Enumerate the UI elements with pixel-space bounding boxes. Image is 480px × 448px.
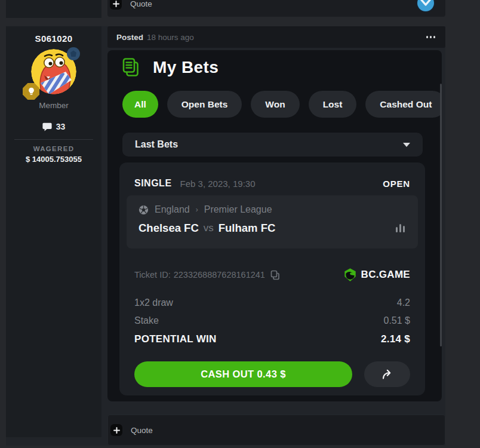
chevron-down-icon <box>403 143 410 147</box>
brand-name: BC.GAME <box>361 269 410 281</box>
sidebar-divider <box>14 139 93 140</box>
user-role: Member <box>6 101 101 110</box>
bcgame-logo-icon <box>343 268 357 282</box>
soccer-ball-icon <box>139 205 149 215</box>
ticket-id-value: 2233268887628161241 <box>174 270 265 280</box>
filter-tab-won[interactable]: Won <box>251 91 299 118</box>
league-country: England <box>155 204 190 215</box>
filter-tab-open-bets[interactable]: Open Bets <box>167 91 242 118</box>
comment-bubble-icon <box>42 122 52 131</box>
match-info-box: England › Premier League Chelsea FC vs F… <box>127 195 418 248</box>
bet-datetime: Feb 3, 2023, 19:30 <box>180 179 256 189</box>
gem-icon <box>70 50 77 58</box>
bet-actions: CASH OUT 0.43 $ <box>134 361 410 387</box>
previous-post-sidebar <box>6 0 101 18</box>
odds-label: 1x2 draw <box>134 297 173 308</box>
potential-win-label: POTENTIAL WIN <box>134 333 217 345</box>
plus-icon <box>113 427 120 434</box>
quote-label[interactable]: Quote <box>131 426 153 435</box>
odds-row: 1x2 draw 4.2 <box>134 297 410 308</box>
away-team: Fulham FC <box>219 222 276 235</box>
bet-type: SINGLE <box>134 178 172 189</box>
avatar[interactable] <box>31 49 76 94</box>
league-name: Premier League <box>204 204 272 215</box>
bets-sort-dropdown[interactable]: Last Bets <box>122 133 423 157</box>
share-button[interactable] <box>364 361 410 387</box>
wagered-amount: $ 14005.753055 <box>6 155 101 164</box>
vs-label: vs <box>204 222 214 234</box>
widget-title-row: My Bets <box>122 57 219 78</box>
bet-filter-tabs: All Open Bets Won Lost Cashed Out <box>122 91 442 118</box>
plus-icon <box>113 1 119 7</box>
wagered-label: WAGERED <box>6 145 101 152</box>
bets-tickets-icon <box>122 57 140 78</box>
share-arrow-icon <box>381 369 394 379</box>
sort-selected-value: Last Bets <box>135 139 178 150</box>
match-stats-icon[interactable] <box>395 223 406 234</box>
previous-post-quote-row: Quote <box>107 0 445 17</box>
filter-tab-all[interactable]: All <box>122 91 158 118</box>
brand-logo: BC.GAME <box>343 268 410 282</box>
league-row: England › Premier League <box>139 204 406 215</box>
post-header: Posted 18 hours ago <box>107 26 445 48</box>
widget-scrollbar[interactable] <box>440 84 442 346</box>
username[interactable]: S061020 <box>6 33 101 44</box>
odds-value: 4.2 <box>397 297 410 308</box>
lightbulb-icon <box>27 87 35 96</box>
forum-post: S061020 <box>6 26 445 446</box>
ticket-id-label: Ticket ID: <box>134 270 171 280</box>
breadcrumb-separator: › <box>196 205 198 214</box>
potential-win-row: POTENTIAL WIN 2.14 $ <box>134 333 410 345</box>
teams-row: Chelsea FC vs Fulham FC <box>139 222 406 235</box>
post-quote-row: Quote <box>107 415 445 446</box>
comments-count: 33 <box>56 122 66 131</box>
stake-row: Stake 0.51 $ <box>134 315 410 326</box>
widget-title: My Bets <box>153 58 219 77</box>
quote-plus-button[interactable] <box>110 424 122 436</box>
user-sidebar: S061020 <box>6 26 101 437</box>
posted-label: Posted <box>116 33 143 42</box>
posted-time: 18 hours ago <box>147 33 194 42</box>
bet-card: SINGLE Feb 3, 2023, 19:30 OPEN England ›… <box>119 162 425 395</box>
bet-status-badge: OPEN <box>383 179 410 189</box>
my-bets-widget: My Bets All Open Bets Won Lost Cashed Ou… <box>107 50 442 401</box>
quote-plus-button[interactable] <box>110 0 122 10</box>
filter-tab-lost[interactable]: Lost <box>309 91 357 118</box>
potential-win-value: 2.14 $ <box>381 333 410 345</box>
home-team: Chelsea FC <box>139 222 199 235</box>
ticket-row: Ticket ID: 2233268887628161241 BC.GAME <box>134 268 410 282</box>
copy-icon[interactable] <box>270 270 280 280</box>
stake-value: 0.51 $ <box>384 315 410 326</box>
chevron-down-icon <box>420 0 431 7</box>
post-menu-button[interactable] <box>425 33 437 41</box>
bet-card-header: SINGLE Feb 3, 2023, 19:30 OPEN <box>134 178 410 189</box>
avatar-level-badge <box>67 47 80 60</box>
cash-out-button[interactable]: CASH OUT 0.43 $ <box>134 361 352 387</box>
quote-label[interactable]: Quote <box>130 0 152 8</box>
filter-tab-cashed-out[interactable]: Cashed Out <box>365 91 442 118</box>
stake-label: Stake <box>134 315 159 326</box>
comments-count-row: 33 <box>6 122 101 131</box>
